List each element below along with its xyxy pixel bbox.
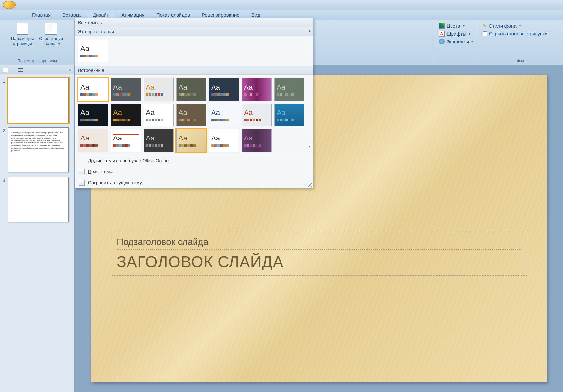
theme-swatches (244, 119, 269, 121)
thumbnail-number: 2 (3, 127, 8, 172)
thumbnail-item[interactable]: 1 (3, 78, 72, 123)
theme-tile[interactable]: Aa (209, 129, 239, 152)
theme-tile[interactable]: Aa (242, 104, 272, 126)
checkbox-icon (483, 31, 487, 36)
all-themes-header[interactable]: Все темы ▾ (75, 18, 313, 27)
theme-swatches (211, 119, 237, 121)
title-bar (0, 0, 563, 10)
outline-tab-icon[interactable] (18, 68, 23, 72)
thumbnail-list: 12• Исследователи проблем среднего профе… (0, 74, 74, 230)
page-setup-group-label: Параметры страницы (17, 58, 57, 64)
panel-tabs: × (0, 65, 74, 74)
theme-tile-current[interactable]: Aa (78, 40, 108, 62)
resize-grip-icon[interactable] (308, 183, 312, 187)
panel-close-button[interactable]: × (69, 67, 72, 73)
scroll-up-icon[interactable]: ▴ (307, 28, 312, 33)
effects-label: Эффекты (447, 39, 469, 44)
theme-tile[interactable]: Aa (78, 129, 108, 152)
theme-preview-text: Aa (146, 135, 171, 142)
slides-tab-icon[interactable] (3, 68, 8, 72)
theme-tile[interactable]: Aa (111, 78, 141, 101)
search-themes[interactable]: Поиск тем... (75, 166, 313, 177)
theme-tile[interactable]: Aa (111, 104, 141, 126)
theme-tile[interactable]: Aa (274, 104, 304, 126)
slide-panel: × 12• Исследователи проблем среднего про… (0, 65, 75, 392)
page-setup-label: Параметры страницы (11, 36, 34, 46)
theme-tile[interactable]: Aa (274, 78, 304, 101)
theme-preview-text: Aa (179, 84, 204, 91)
office-button[interactable] (3, 1, 16, 9)
bg-styles-label: Стили фона (489, 23, 517, 29)
theme-preview-text: Aa (211, 84, 237, 91)
theme-tile[interactable]: Aa (78, 104, 108, 126)
thumbnail-preview[interactable] (8, 177, 69, 222)
hide-bg-checkbox[interactable]: Скрыть фоновые рисунки (483, 31, 558, 36)
theme-swatches (179, 144, 204, 147)
group-page-setup: Параметры страницы Ориентация слайда ▾ П… (0, 20, 75, 65)
theme-preview-text: Aa (244, 84, 269, 91)
theme-swatches (113, 144, 139, 147)
orientation-icon (45, 23, 57, 35)
bg-styles-button[interactable]: ✎ Стили фона▾ (483, 23, 558, 29)
orientation-button[interactable]: Ориентация слайда ▾ (37, 22, 65, 47)
theme-preview-text: Aa (146, 84, 171, 91)
thumbnail-number: 1 (3, 78, 8, 123)
theme-preview-text: Aa (113, 109, 139, 116)
theme-tile[interactable]: Aa (209, 78, 239, 101)
fonts-button[interactable]: A Шрифты▾ (439, 31, 473, 37)
theme-tile[interactable]: Aa (209, 104, 239, 126)
theme-swatches (113, 119, 139, 121)
builtin-theme-grid: AaAaAaAaAaAaAaAaAaAaAaAaAaAaAaAaAaAaAaAa (75, 75, 313, 155)
theme-tile[interactable]: Aa (78, 78, 108, 101)
title-textbox[interactable]: Подзаголовок слайда ЗАГОЛОВОК СЛАЙДА (111, 232, 527, 276)
theme-preview-text: Aa (113, 84, 139, 91)
theme-swatches (211, 93, 237, 96)
save-icon (79, 180, 85, 186)
theme-tile[interactable]: Aa (242, 129, 272, 152)
gallery-scrollbar[interactable]: ▴ ▾ (306, 28, 312, 149)
theme-tile[interactable]: Aa (111, 129, 141, 152)
theme-tile[interactable]: Aa (144, 78, 174, 101)
thumbnail-number: 3 (3, 177, 8, 222)
colors-button[interactable]: Цвета▾ (439, 23, 473, 29)
theme-tile[interactable]: Aa (176, 129, 206, 152)
scroll-down-icon[interactable]: ▾ (307, 144, 312, 149)
save-current-theme[interactable]: Сохранить текущую тему... (75, 177, 313, 188)
theme-swatches (113, 93, 139, 96)
theme-swatches (80, 144, 106, 147)
thumbnail-item[interactable]: 3 (3, 177, 72, 222)
this-presentation-section: Эта презентация (75, 27, 313, 36)
fonts-label: Шрифты (447, 31, 466, 37)
thumbnail-item[interactable]: 2• Исследователи проблем среднего профес… (3, 127, 72, 172)
current-theme-grid: Aa (75, 36, 313, 66)
theme-tile[interactable]: Aa (144, 129, 174, 152)
theme-preview-text: Aa (179, 109, 204, 116)
title-placeholder[interactable]: ЗАГОЛОВОК СЛАЙДА (117, 253, 521, 271)
page-setup-button[interactable]: Параметры страницы (9, 22, 36, 47)
colors-icon (439, 23, 445, 29)
theme-swatches (277, 119, 302, 121)
theme-preview-text: Aa (179, 135, 204, 142)
theme-tile[interactable]: Aa (176, 78, 206, 101)
effects-button[interactable]: Эффекты▾ (439, 39, 473, 44)
theme-preview-text: Aa (113, 135, 139, 142)
orientation-label: Ориентация слайда ▾ (39, 36, 63, 46)
fonts-icon: A (439, 31, 445, 37)
theme-tile[interactable]: Aa (242, 78, 272, 101)
theme-tile[interactable]: Aa (144, 104, 174, 126)
tab-home[interactable]: Главная (26, 10, 57, 20)
dropdown-arrow-icon: ▾ (57, 42, 60, 46)
theme-swatches (179, 119, 204, 121)
hide-bg-label: Скрыть фоновые рисунки (489, 31, 548, 36)
thumbnail-preview[interactable] (8, 78, 69, 123)
theme-swatches (80, 119, 106, 121)
subtitle-placeholder[interactable]: Подзаголовок слайда (117, 237, 521, 250)
theme-swatches (179, 93, 204, 96)
theme-tile[interactable]: Aa (176, 104, 206, 126)
theme-preview-text: Aa (277, 84, 302, 91)
theme-preview-text: Aa (244, 135, 269, 142)
more-themes-online[interactable]: Другие темы на веб-узле Office Online... (75, 155, 313, 166)
theme-swatches (244, 93, 269, 96)
theme-swatches (80, 93, 106, 96)
thumbnail-preview[interactable]: • Исследователи проблем среднего професс… (8, 127, 69, 172)
